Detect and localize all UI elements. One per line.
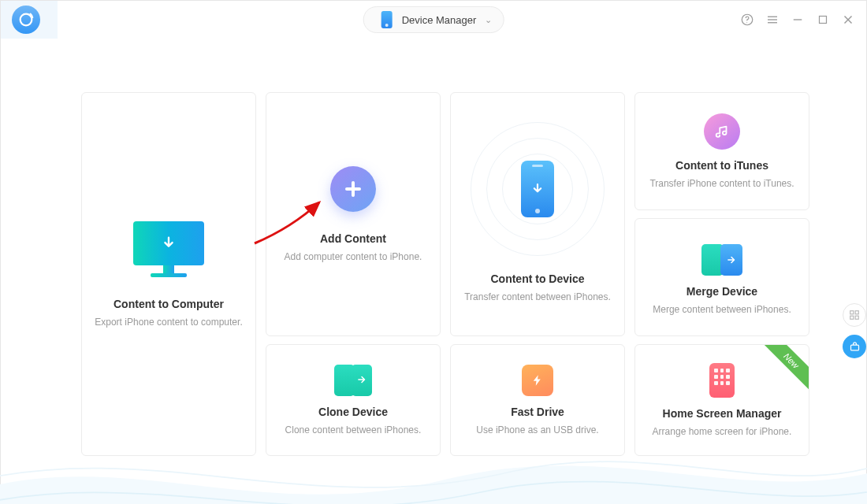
svg-point-2 (746, 22, 747, 23)
card-desc: Merge content between iPhones. (653, 304, 791, 315)
device-selector-label: Device Manager (402, 14, 477, 26)
toolbox-button[interactable] (843, 335, 866, 358)
card-desc: Transfer content between iPhones. (464, 291, 611, 302)
card-title: Content to Computer (113, 298, 224, 310)
card-desc: Add computer content to iPhone. (285, 251, 422, 262)
card-content-to-computer[interactable]: Content to Computer Export iPhone conten… (81, 92, 256, 456)
chevron-down-icon: ⌄ (485, 15, 492, 25)
svg-rect-11 (855, 311, 858, 314)
phone-download-icon (474, 126, 601, 252)
menu-button[interactable] (764, 11, 781, 28)
lightning-drive-icon (522, 365, 553, 396)
monitor-download-icon (133, 221, 204, 277)
card-title: Add Content (320, 232, 386, 245)
svg-rect-10 (850, 311, 854, 314)
card-add-content[interactable]: Add Content Add computer content to iPho… (266, 92, 441, 336)
window-controls (739, 11, 857, 28)
svg-rect-14 (850, 345, 858, 350)
card-home-screen-manager[interactable]: New Home Screen Manager Arrange home scr… (634, 344, 809, 456)
svg-point-0 (20, 14, 32, 26)
card-content-to-device[interactable]: Content to Device Transfer content betwe… (450, 92, 625, 336)
svg-rect-12 (850, 316, 854, 319)
card-title: Content to Device (490, 272, 584, 285)
phone-icon (381, 11, 393, 28)
itunes-music-icon (704, 113, 740, 150)
card-clone-device[interactable]: Clone Device Clone content between iPhon… (266, 344, 441, 456)
device-selector-dropdown[interactable]: Device Manager ⌄ (363, 6, 504, 33)
main-content: Content to Computer Export iPhone conten… (1, 39, 866, 503)
card-desc: Clone content between iPhones. (285, 424, 422, 435)
minimize-button[interactable] (789, 11, 806, 28)
card-desc: Arrange home screen for iPhone. (653, 426, 792, 437)
app-window: Device Manager ⌄ (0, 0, 867, 504)
card-title: Fast Drive (511, 406, 564, 418)
svg-rect-13 (855, 316, 858, 319)
app-logo-icon (12, 6, 40, 34)
card-merge-device[interactable]: Merge Device Merge content between iPhon… (634, 218, 809, 336)
switch-grid-view-button[interactable] (843, 303, 866, 327)
help-button[interactable] (739, 11, 756, 28)
card-title: Merge Device (687, 285, 757, 298)
card-desc: Export iPhone content to computer. (95, 317, 242, 328)
card-title: Clone Device (318, 406, 388, 418)
titlebar-logo-area (1, 1, 58, 39)
merge-phones-icon (701, 244, 742, 276)
card-title: Content to iTunes (675, 159, 768, 172)
close-button[interactable] (839, 11, 857, 28)
card-title: Home Screen Manager (663, 407, 782, 420)
home-screen-grid-icon (709, 363, 735, 398)
svg-rect-7 (820, 17, 827, 24)
card-content-to-itunes[interactable]: Content to iTunes Transfer iPhone conten… (634, 92, 809, 210)
maximize-button[interactable] (814, 11, 832, 28)
plus-circle-icon (330, 166, 376, 212)
clone-phones-icon (334, 365, 372, 396)
titlebar: Device Manager ⌄ (1, 1, 866, 39)
side-float-buttons (843, 303, 866, 358)
new-badge: New (758, 344, 809, 394)
card-desc: Use iPhone as an USB drive. (476, 424, 598, 435)
card-desc: Transfer iPhone content to iTunes. (649, 178, 794, 189)
card-fast-drive[interactable]: Fast Drive Use iPhone as an USB drive. (450, 344, 625, 456)
